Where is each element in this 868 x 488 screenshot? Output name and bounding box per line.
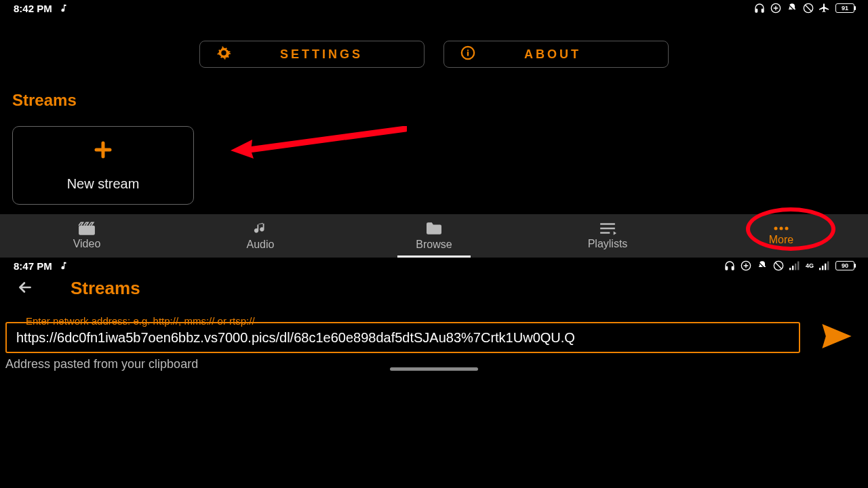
nav-audio[interactable]: Audio (174, 214, 347, 258)
4g-icon: 4G (806, 262, 814, 269)
plus-icon (93, 140, 113, 163)
home-indicator (390, 367, 478, 371)
svg-rect-1 (762, 9, 764, 12)
screen-more: 8:42 PM 91 SETTINGS ABOUT Streams New st… (0, 0, 868, 258)
airplane-icon (819, 3, 830, 14)
bottom-nav: Video Audio Browse Playlists More (0, 214, 868, 258)
audio-icon (253, 221, 268, 236)
svg-rect-19 (825, 264, 826, 270)
about-label: ABOUT (524, 47, 581, 62)
bell-off-icon (757, 260, 768, 271)
settings-button[interactable]: SETTINGS (199, 41, 425, 68)
svg-rect-20 (827, 262, 829, 270)
svg-rect-18 (822, 266, 823, 270)
folder-icon (425, 221, 443, 236)
battery-icon: 91 (835, 3, 854, 13)
no-sign-icon (803, 3, 814, 14)
svg-rect-10 (732, 266, 734, 270)
plus-circle-icon (770, 3, 781, 14)
playlist-icon (599, 222, 616, 235)
status-bar: 8:42 PM 91 (0, 0, 868, 16)
annotation-circle (746, 207, 835, 251)
svg-rect-14 (792, 266, 793, 270)
header: Streams (0, 274, 868, 310)
back-button[interactable] (16, 279, 34, 299)
headphones-icon (724, 260, 735, 271)
music-note-icon (59, 3, 68, 13)
signal-icon (789, 260, 800, 271)
svg-rect-13 (789, 268, 791, 270)
svg-rect-16 (797, 262, 799, 270)
svg-rect-15 (795, 264, 796, 270)
signal-icon-2 (819, 260, 830, 271)
new-stream-label: New stream (67, 176, 140, 192)
info-icon (460, 45, 475, 64)
status-time: 8:42 PM (14, 3, 52, 14)
battery-icon-2: 90 (835, 261, 854, 270)
annotation-arrow-left (231, 126, 407, 160)
bell-off-icon (787, 3, 797, 14)
screen-stream-input: 8:47 PM 4G 90 Streams Enter network addr… (0, 258, 868, 373)
status-bar-2: 8:47 PM 4G 90 (0, 258, 868, 274)
headphones-icon (754, 3, 765, 14)
nav-video[interactable]: Video (0, 214, 174, 258)
new-stream-card[interactable]: New stream (12, 126, 194, 205)
nav-browse[interactable]: Browse (347, 214, 521, 258)
network-address-input[interactable]: https://6dc0fn1iwa5b7oen6bbz.vs7000.pics… (5, 322, 800, 353)
video-icon (78, 222, 96, 235)
svg-rect-9 (726, 266, 728, 270)
svg-rect-5 (79, 226, 95, 235)
plus-circle-icon (741, 260, 751, 271)
music-note-icon (59, 261, 68, 270)
top-button-row: SETTINGS ABOUT (0, 16, 868, 84)
svg-rect-0 (755, 9, 757, 12)
no-sign-icon (773, 260, 784, 271)
svg-rect-17 (819, 268, 821, 270)
about-button[interactable]: ABOUT (443, 41, 669, 68)
section-title-streams: Streams (0, 84, 868, 117)
gear-icon (216, 45, 231, 64)
status-time-2: 8:47 PM (14, 260, 52, 272)
page-title: Streams (71, 278, 140, 299)
input-row: Enter network address: e.g. http://, mms… (5, 322, 863, 353)
nav-playlists[interactable]: Playlists (521, 214, 694, 258)
send-button[interactable] (821, 324, 853, 351)
settings-label: SETTINGS (280, 47, 363, 62)
